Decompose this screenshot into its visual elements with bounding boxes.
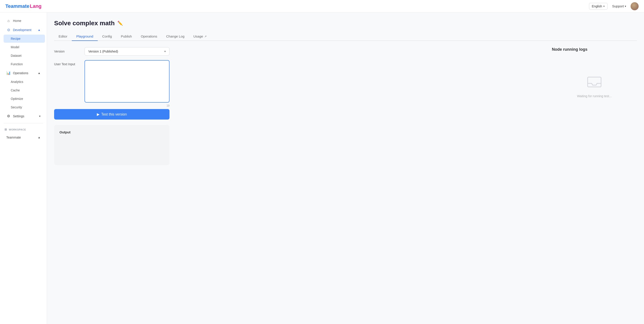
operations-chevron-icon: ▲ xyxy=(38,71,40,75)
sidebar-analytics-label: Analytics xyxy=(11,80,23,84)
external-link-icon: ↗ xyxy=(204,35,206,38)
logo: Teammate Lang xyxy=(5,3,42,9)
workspace-teammate-label: Teammate xyxy=(6,136,21,139)
sidebar-settings-label: Settings xyxy=(13,114,24,118)
layout: Solve complex math ✏️ Editor Playground … xyxy=(0,12,644,324)
user-avatar[interactable] xyxy=(630,2,639,10)
output-section: Output xyxy=(54,125,170,165)
language-chevron-icon: ▾ xyxy=(603,5,605,8)
sidebar-settings-left: ⚙ Settings xyxy=(6,114,24,118)
content-grid: Version Version 1 (Published) ▾ User Tex… xyxy=(54,47,637,165)
settings-chevron-icon: ▾ xyxy=(39,115,40,118)
language-select[interactable]: English ▾ xyxy=(589,3,608,9)
textarea-wrapper: 19 xyxy=(84,60,170,107)
workspace-grid-icon: ⊞ xyxy=(4,128,7,131)
sidebar-section-settings[interactable]: ⚙ Settings ▾ xyxy=(2,112,45,120)
page-header: Solve complex math ✏️ xyxy=(54,20,637,27)
support-button[interactable]: Support ▾ xyxy=(612,4,626,8)
logo-lang: Lang xyxy=(30,3,42,9)
logo-teammate: Teammate xyxy=(5,3,29,9)
sidebar-divider xyxy=(4,123,43,123)
logs-title: Node running logs xyxy=(552,47,637,52)
tab-editor[interactable]: Editor xyxy=(54,32,72,41)
sidebar-section-operations[interactable]: 📊 Operations ▲ xyxy=(2,69,45,77)
sidebar-development-label: Development xyxy=(13,28,32,32)
version-label: Version xyxy=(54,50,81,53)
user-text-input-row: User Text Input 19 xyxy=(54,60,545,107)
workspace-chevron-icon: ▲ xyxy=(38,136,40,139)
tab-playground[interactable]: Playground xyxy=(72,32,98,41)
development-chevron-icon: ▲ xyxy=(38,28,40,31)
home-icon: ⌂ xyxy=(6,19,11,23)
sidebar-recipe-label: Recipe xyxy=(11,37,20,40)
workspace-teammate-item[interactable]: Teammate ▲ xyxy=(2,133,45,141)
tab-usage[interactable]: Usage ↗ xyxy=(189,32,211,41)
topbar-right: English ▾ Support ▾ xyxy=(589,2,639,10)
page-title: Solve complex math xyxy=(54,20,115,27)
tabs-nav: Editor Playground Config Publish Operati… xyxy=(54,32,637,41)
sidebar-workspace-label: ⊞ WORKSPACE xyxy=(0,126,47,133)
topbar: Teammate Lang English ▾ Support ▾ xyxy=(0,0,644,12)
tab-config[interactable]: Config xyxy=(98,32,116,41)
operations-icon: 📊 xyxy=(6,71,11,75)
sidebar-operations-sub: Analytics Cache Optimize Security xyxy=(0,78,47,111)
sidebar-item-dataset[interactable]: Dataset xyxy=(4,52,45,60)
sidebar-item-recipe[interactable]: Recipe xyxy=(4,35,45,43)
sidebar-dataset-label: Dataset xyxy=(11,54,22,57)
sidebar-home-label: Home xyxy=(13,19,21,22)
left-panel: Version Version 1 (Published) ▾ User Tex… xyxy=(54,47,545,165)
version-select-value: Version 1 (Published) xyxy=(88,50,118,53)
sidebar-development-left: ⊙ Development xyxy=(6,28,32,32)
test-version-button[interactable]: ▶ Test this version xyxy=(54,109,170,120)
sidebar-item-cache[interactable]: Cache xyxy=(4,86,45,94)
settings-icon: ⚙ xyxy=(6,114,11,118)
edit-icon[interactable]: ✏️ xyxy=(118,20,123,26)
right-panel: Node running logs Waiting for running te… xyxy=(552,47,637,114)
logs-empty-state: Waiting for running test... xyxy=(552,56,637,114)
char-count: 19 xyxy=(84,104,170,107)
sidebar-cache-label: Cache xyxy=(11,88,20,92)
test-btn-play-icon: ▶ xyxy=(97,112,100,116)
sidebar-section-development[interactable]: ⊙ Development ▲ xyxy=(2,25,45,34)
sidebar-security-label: Security xyxy=(11,105,22,109)
support-label: Support xyxy=(612,4,624,8)
sidebar-item-home[interactable]: ⌂ Home xyxy=(2,16,45,25)
main-content: Solve complex math ✏️ Editor Playground … xyxy=(47,12,644,324)
sidebar-optimize-label: Optimize xyxy=(11,97,23,101)
test-btn-label: Test this version xyxy=(101,112,127,116)
sidebar-operations-label: Operations xyxy=(13,71,28,75)
tab-changelog[interactable]: Change Log xyxy=(162,32,189,41)
logs-empty-text: Waiting for running test... xyxy=(577,94,612,98)
sidebar-item-analytics[interactable]: Analytics xyxy=(4,78,45,86)
version-row: Version Version 1 (Published) ▾ xyxy=(54,47,545,56)
tab-operations[interactable]: Operations xyxy=(136,32,162,41)
support-chevron-icon: ▾ xyxy=(625,5,626,8)
sidebar-model-label: Model xyxy=(11,45,19,49)
user-text-input-label: User Text Input xyxy=(54,60,81,66)
version-select-chevron-icon: ▾ xyxy=(164,50,166,53)
sidebar-item-security[interactable]: Security xyxy=(4,103,45,111)
sidebar-function-label: Function xyxy=(11,62,23,66)
sidebar-item-function[interactable]: Function xyxy=(4,60,45,68)
language-label: English xyxy=(592,4,602,8)
sidebar-item-optimize[interactable]: Optimize xyxy=(4,95,45,103)
sidebar: ⌂ Home ⊙ Development ▲ Recipe Model Data… xyxy=(0,12,47,324)
user-text-input[interactable] xyxy=(84,60,170,103)
output-title: Output xyxy=(60,130,164,134)
sidebar-development-sub: Recipe Model Dataset Function xyxy=(0,35,47,68)
version-select-dropdown[interactable]: Version 1 (Published) ▾ xyxy=(84,47,170,56)
sidebar-operations-left: 📊 Operations xyxy=(6,71,28,75)
development-icon: ⊙ xyxy=(6,28,11,32)
logs-empty-icon xyxy=(586,73,603,92)
sidebar-item-model[interactable]: Model xyxy=(4,43,45,51)
tab-publish[interactable]: Publish xyxy=(116,32,136,41)
